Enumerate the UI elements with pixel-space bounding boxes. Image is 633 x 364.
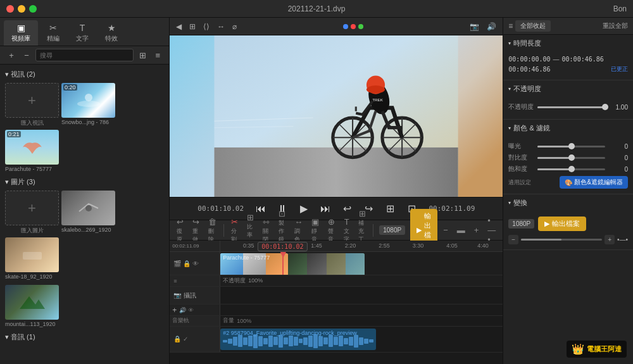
add-media-button[interactable]: + [5, 49, 18, 61]
video-clip-1[interactable]: Parachute - 75777 [220, 253, 288, 275]
split-icon: ✂ [231, 217, 238, 227]
audio-clip[interactable]: #2 9587904_Favorite_uplifting-dancing-ro… [220, 329, 375, 350]
remove-media-button[interactable]: − [20, 49, 33, 61]
duration-label: 時間長度 [513, 39, 541, 48]
right-panel: ≡ 全部收起 重設全部 ▾ 時間長度 00:00:00.00 — 00:00:4… [503, 18, 633, 364]
compare-button[interactable]: ⟨⟩ [201, 21, 212, 32]
tab-media[interactable]: ▣ 視頻庫 [4, 20, 38, 46]
skip-forward-button[interactable]: ⏭ [316, 200, 334, 218]
zoom-out-tool[interactable]: − [440, 224, 451, 236]
add-photo-item[interactable]: + 匯入圖片 [5, 191, 59, 235]
time-mark-405: 4:05 [446, 242, 458, 249]
loop-back-button[interactable]: ↩ [338, 200, 356, 218]
video-clip-2[interactable] [288, 253, 364, 275]
prev-frame-button[interactable]: ◀ [173, 21, 184, 32]
photo-grid-2: mountai...113_1920 [3, 282, 166, 330]
list-item[interactable]: 0:20 Snowbo...jng - 786 [61, 83, 115, 127]
transform-zoom-in[interactable]: + [605, 235, 615, 244]
track-lock-button[interactable]: 🔒 [183, 260, 191, 267]
contrast-slider[interactable] [537, 157, 605, 159]
saturation-value: 0 [609, 166, 628, 173]
time-mark-035: 0:35 [243, 242, 254, 249]
time-mark-255: 2:55 [379, 242, 390, 249]
add-track-button[interactable]: + [172, 306, 177, 315]
wave-bar [294, 337, 298, 346]
camera-button[interactable]: 📷 [467, 21, 482, 32]
saturation-slider[interactable] [537, 168, 605, 170]
reset-all-button[interactable]: 重設全部 [603, 22, 628, 30]
contrast-handle[interactable] [568, 154, 575, 161]
maximize-button[interactable] [29, 5, 37, 13]
add-video-button[interactable]: + [5, 83, 59, 118]
zoom-in-tool[interactable]: + [471, 224, 482, 236]
zoom-button[interactable]: ⌀ [230, 21, 239, 32]
wave-bar [359, 337, 363, 345]
section-opacity-header[interactable]: ▾ 不透明度 [503, 80, 633, 97]
wave-bar [308, 336, 313, 347]
window-controls[interactable] [6, 5, 37, 13]
opacity-track-icon: ≡ [173, 278, 177, 284]
ratio-icon: ⊞ [247, 213, 254, 222]
saturation-label: 飽和度 [508, 165, 534, 173]
fit-button[interactable]: ↔ [215, 21, 227, 32]
collapse-all-button[interactable]: 全部收起 [515, 20, 551, 32]
list-item[interactable]: skate-18_92_1920 [5, 237, 59, 280]
add-photo-button[interactable]: + [5, 191, 59, 225]
close-button[interactable] [6, 5, 14, 13]
audio-lock-button[interactable]: 🔒 [173, 336, 181, 342]
video-section-header[interactable]: ▾ 視訊 (2) [3, 67, 166, 80]
track-content-audio[interactable]: #2 9587904_Favorite_uplifting-dancing-ro… [220, 327, 503, 352]
sort-button[interactable]: ≡ [151, 49, 164, 61]
saturation-handle[interactable] [568, 166, 575, 172]
snapshot-button[interactable]: ⊞ [381, 200, 399, 218]
playhead [282, 252, 284, 275]
exposure-handle[interactable] [568, 143, 575, 149]
minimize-button[interactable] [18, 5, 25, 13]
section-duration-header[interactable]: ▾ 時間長度 [503, 35, 633, 52]
opacity-slider[interactable] [537, 106, 605, 108]
tab-edit[interactable]: ✂ 精編 [39, 20, 67, 46]
photo-section-header[interactable]: ▾ 圖片 (3) [3, 175, 166, 188]
video-duration-snowboard: 0:20 [63, 84, 77, 91]
audio-mute-button[interactable]: ✓ [183, 336, 188, 342]
audio-button[interactable]: 🔊 [484, 21, 499, 32]
list-item[interactable]: skalebo...269_1920 [61, 191, 115, 235]
tab-text[interactable]: T 文字 [68, 20, 96, 46]
list-item[interactable]: 0:21 Parachute - 75777 [5, 130, 59, 172]
already-set-label: 已更正 [611, 65, 628, 73]
add-video-item[interactable]: + 匯入視訊 [5, 83, 59, 127]
opacity-arrow: ▾ [508, 86, 511, 92]
audio-section-header[interactable]: ▾ 音訊 (1) [3, 330, 166, 343]
grid-button[interactable]: ⊞ [187, 21, 198, 32]
tab-effects[interactable]: ★ 特效 [97, 20, 125, 46]
parachute-svg [20, 138, 45, 157]
exposure-fill [537, 146, 571, 147]
cyclist-illustration: TREK [170, 35, 503, 197]
music-label: 音樂軌 [172, 317, 189, 325]
transform-export-button[interactable]: ▶ 輸出檔案 [538, 217, 586, 231]
wave-bar [228, 339, 232, 344]
section-transform-header[interactable]: ▾ 變換 [503, 194, 633, 211]
exposure-slider[interactable] [537, 146, 605, 147]
search-input[interactable] [35, 49, 134, 61]
playhead-time: 00:01:10.02 [258, 242, 307, 251]
section-color-header[interactable]: ▾ 顏色 & 濾鏡 [503, 120, 633, 137]
transform-zoom-out[interactable]: − [508, 235, 518, 244]
section-opacity: ▾ 不透明度 不透明度 1.00 [503, 80, 633, 120]
track-controls-video[interactable]: 🎬 🔒 👁 [173, 260, 199, 267]
track-content-video[interactable]: Parachute - 75777 [220, 252, 503, 275]
opacity-slider-handle[interactable] [602, 104, 608, 110]
track-eye-button[interactable]: 👁 [192, 260, 199, 267]
color-editor-button[interactable]: 🎨 顏色&遮鏡編輯器 [560, 176, 628, 189]
track-row-camera: 📷 攝訊 [170, 287, 503, 304]
audio-icon: ⊕ [328, 217, 335, 227]
track-content-camera[interactable] [220, 287, 503, 304]
transform-reset[interactable]: •—• [617, 236, 628, 243]
list-item[interactable]: mountai...113_1920 [5, 285, 59, 327]
grid-view-button[interactable]: ⊞ [136, 49, 149, 61]
transform-slider[interactable] [521, 239, 602, 241]
color-icon: ↔ [294, 217, 303, 227]
play-button[interactable]: ▶ [295, 200, 313, 218]
transform-export-row: 1080P ▶ 輸出檔案 [508, 217, 628, 231]
zoom-slider-tool[interactable]: ▬ [454, 224, 468, 236]
